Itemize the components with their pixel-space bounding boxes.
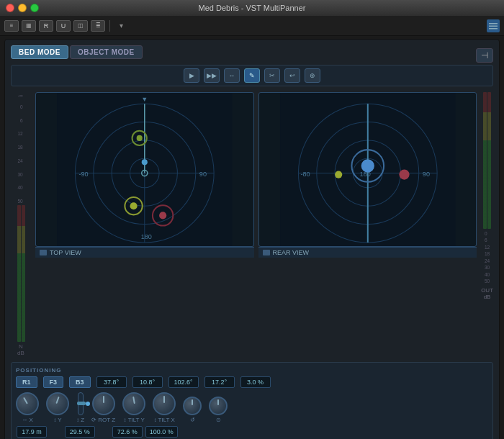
- z-slider-track[interactable]: [78, 392, 84, 415]
- left-vu-db-label: dB: [17, 350, 24, 356]
- knob-x[interactable]: [16, 392, 39, 415]
- right-vu-bar-1: [483, 92, 487, 229]
- transport-forward[interactable]: ▶▶: [204, 68, 220, 83]
- z-slider-thumb: [77, 402, 86, 405]
- window-controls[interactable]: [6, 4, 39, 12]
- transport-loop[interactable]: ↔: [224, 68, 240, 83]
- positioning-section: POSITIONING R1 F3 B3 37.8° 10.8° 102.6° …: [11, 362, 493, 439]
- knob-group-x: ↔ X: [16, 392, 39, 423]
- knob-group-z: ↕ Z: [76, 392, 84, 423]
- knob-group-tiltx: ↕ TILT X: [153, 392, 176, 423]
- mode-row: BED MODE OBJECT MODE ⊣: [11, 45, 493, 65]
- divergence-group: 29.5 % DIVERGENCE: [59, 426, 101, 439]
- svg-point-36: [335, 171, 342, 178]
- bed-mode-button[interactable]: BED MODE: [11, 45, 68, 59]
- left-vu-n-label: N: [19, 343, 23, 350]
- toolbar-icon-u[interactable]: U: [56, 20, 71, 32]
- knob-group-y: ↕ Y: [46, 392, 69, 423]
- knob-z-label: ↕ Z: [76, 417, 84, 423]
- minimize-button[interactable]: [18, 4, 27, 12]
- knob-rotz[interactable]: [92, 392, 115, 415]
- views-container: -∞ 0 6 12 18 24 30 40 50 N dB: [11, 92, 493, 356]
- mode-buttons: BED MODE OBJECT MODE: [11, 45, 143, 59]
- svg-point-37: [399, 170, 409, 180]
- svg-point-22: [137, 135, 143, 141]
- value-display-4: 3.0 %: [240, 376, 271, 388]
- channel-r1[interactable]: R1: [16, 376, 37, 388]
- svg-text:90: 90: [199, 171, 207, 178]
- scale-group: 72.6 % 100.0 % SCALE: [112, 426, 178, 439]
- channel-f3[interactable]: F3: [43, 376, 64, 388]
- z-slider: [78, 392, 84, 415]
- toolbar-arrow-down[interactable]: ▾: [114, 19, 127, 32]
- rear-view-box[interactable]: -80 180 90: [258, 92, 477, 247]
- plugin-area: BED MODE OBJECT MODE ⊣ ▶ ▶▶ ↔ ✎ ✂ ↩ ⊕ -∞…: [4, 39, 500, 439]
- reset-button[interactable]: ⊣: [476, 48, 493, 63]
- transport-undo[interactable]: ↩: [284, 68, 300, 83]
- scale-value-1: 72.6 %: [112, 426, 143, 438]
- toolbar: ≡ ▦ R U ◫ ≣ ▾: [0, 16, 504, 36]
- toolbar-icon-menu[interactable]: ≡: [4, 20, 19, 32]
- svg-rect-1: [489, 25, 498, 27]
- toolbar-divider: [109, 20, 110, 32]
- toolbar-settings-icon[interactable]: [487, 19, 500, 32]
- knob-rotate-label: ↺: [190, 417, 195, 423]
- window-title: Med Debris - VST MultiPanner: [199, 4, 306, 12]
- knob-tiltx[interactable]: [153, 392, 176, 415]
- distance-group: 17.9 m DISTANCE: [16, 426, 48, 439]
- top-view-text: TOP VIEW: [50, 249, 81, 256]
- out-label: OUT: [481, 287, 493, 294]
- transport-bar: ▶ ▶▶ ↔ ✎ ✂ ↩ ⊕: [11, 65, 493, 86]
- toolbar-icon-grid[interactable]: ▦: [22, 20, 36, 32]
- maximize-button[interactable]: [30, 4, 39, 12]
- toolbar-icon-split[interactable]: ◫: [73, 20, 88, 32]
- knob-dial[interactable]: [209, 397, 228, 415]
- transport-cut[interactable]: ✂: [264, 68, 280, 83]
- title-bar: Med Debris - VST MultiPanner: [0, 0, 504, 16]
- knob-rotate[interactable]: [183, 397, 202, 415]
- close-button[interactable]: [6, 4, 14, 12]
- knob-rotz-label: ⟳ ROT Z: [91, 417, 115, 423]
- knob-y-label: ↕ Y: [53, 417, 61, 423]
- svg-rect-0: [489, 23, 498, 24]
- knob-tilty[interactable]: [122, 392, 145, 415]
- object-mode-button[interactable]: OBJECT MODE: [70, 45, 143, 59]
- channel-b3[interactable]: B3: [69, 376, 91, 388]
- svg-rect-2: [489, 28, 498, 30]
- rear-view-radar: -80 180 90: [259, 93, 477, 246]
- right-db-label: dB: [484, 294, 491, 300]
- top-view-box[interactable]: ▼ -90 90 180: [35, 92, 254, 247]
- toolbar-icon-r[interactable]: R: [39, 20, 53, 32]
- value-display-0: 37.8°: [96, 376, 127, 388]
- rear-view-label: REAR VIEW: [258, 247, 477, 258]
- left-vu-bars: [17, 205, 25, 342]
- value-display-2: 102.6°: [168, 376, 199, 388]
- svg-text:-90: -90: [78, 171, 88, 178]
- transport-add[interactable]: ⊕: [305, 68, 320, 83]
- left-vu-scale: -∞ 0 6 12 18 24 30 40 50: [17, 92, 24, 205]
- rear-view-icon: [263, 250, 270, 255]
- svg-point-18: [142, 159, 148, 165]
- value-display-3: 17.2°: [204, 376, 235, 388]
- knob-group-tilty: ↕ TILT Y: [122, 392, 145, 423]
- value-display-1: 10.8°: [132, 376, 163, 388]
- knob-y[interactable]: [46, 392, 69, 415]
- vu-bar-1: [17, 205, 21, 342]
- transport-play[interactable]: ▶: [184, 68, 199, 83]
- distance-section: 17.9 m DISTANCE 29.5 % DIVERGENCE 72.6 %…: [16, 426, 488, 439]
- svg-point-35: [361, 159, 374, 172]
- svg-point-20: [159, 212, 166, 219]
- top-view-label: TOP VIEW: [35, 247, 254, 258]
- svg-text:90: 90: [422, 171, 429, 178]
- transport-edit[interactable]: ✎: [244, 68, 260, 83]
- right-vu-area: 0 6 12 18 24 30 40 50 OUT dB: [481, 92, 493, 356]
- toolbar-icon-lines[interactable]: ≣: [91, 20, 105, 32]
- right-vu-scale: 0 6 12 18 24 30 40 50: [485, 230, 490, 284]
- knob-group-rotz: ⟳ ROT Z: [91, 392, 115, 423]
- left-vu-meter: -∞ 0 6 12 18 24 30 40 50 N dB: [11, 92, 31, 356]
- main-knobs-row: ↔ X ↕ Y ↕ Z ⟳ ROT Z: [16, 392, 488, 423]
- channel-row: R1 F3 B3 37.8° 10.8° 102.6° 17.2° 3.0 %: [16, 376, 488, 388]
- vu-bar-2: [22, 205, 25, 342]
- svg-text:▼: ▼: [141, 96, 148, 103]
- knob-tilty-label: ↕ TILT Y: [124, 417, 145, 423]
